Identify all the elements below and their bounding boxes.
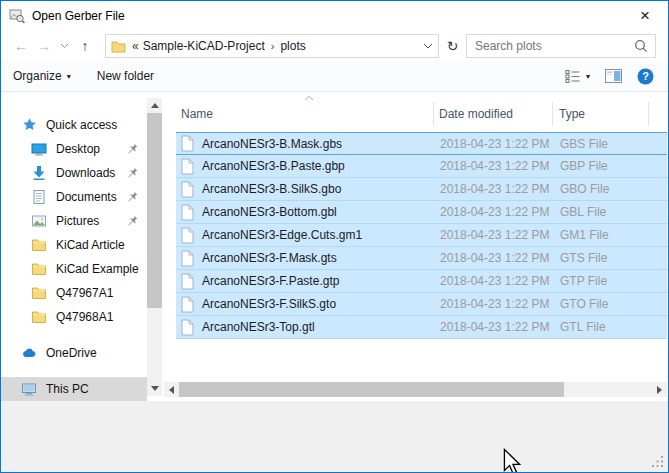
recent-locations-button[interactable] (56, 35, 72, 57)
file-date: 2018-04-23 1:22 PM (440, 182, 549, 196)
cloud-icon (21, 345, 37, 361)
file-name: ArcanoNESr3-F.Paste.gtp (202, 274, 339, 288)
scroll-right-icon[interactable] (657, 386, 662, 394)
folder-icon (111, 40, 126, 53)
sidebar-item-onedrive[interactable]: OneDrive (1, 341, 147, 365)
file-type: GBO File (560, 182, 609, 196)
file-row[interactable]: ArcanoNESr3-B.SilkS.gbo2018-04-23 1:22 P… (176, 178, 667, 201)
address-bar[interactable]: « Sample-KiCAD-Project › plots (105, 34, 439, 58)
file-date: 2018-04-23 1:22 PM (440, 205, 549, 219)
file-type: GTS File (560, 251, 607, 265)
file-row[interactable]: ArcanoNESr3-Edge.Cuts.gm12018-04-23 1:22… (176, 224, 667, 247)
sidebar-item-desktop[interactable]: Desktop (1, 137, 147, 161)
documents-icon (31, 189, 47, 205)
file-row[interactable]: ArcanoNESr3-F.SilkS.gto2018-04-23 1:22 P… (176, 293, 667, 316)
folder-icon (31, 309, 47, 325)
sidebar-item-label: Quick access (46, 118, 117, 132)
sidebar-item-label: KiCad Example (56, 262, 139, 276)
refresh-icon: ↻ (447, 38, 459, 54)
new-folder-button[interactable]: New folder (97, 69, 154, 83)
file-icon (180, 319, 195, 336)
column-divider[interactable] (552, 102, 553, 126)
file-date: 2018-04-23 1:22 PM (440, 137, 549, 151)
sidebar-item-kicad-article[interactable]: KiCad Article (1, 233, 147, 257)
close-button[interactable]: × (623, 2, 667, 30)
scroll-up-icon[interactable] (151, 103, 159, 108)
sidebar-item-quick-access[interactable]: Quick access (1, 113, 147, 137)
scroll-down-icon[interactable] (151, 386, 159, 391)
refresh-button[interactable]: ↻ (442, 34, 463, 58)
breadcrumb-separator-icon: › (271, 40, 275, 52)
sidebar-scrollbar-thumb[interactable] (147, 113, 162, 308)
file-icon (180, 181, 195, 198)
sidebar-item-kicad-example[interactable]: KiCad Example (1, 257, 147, 281)
column-header-date-modified[interactable]: Date modified (439, 107, 513, 121)
file-date: 2018-04-23 1:22 PM (440, 228, 549, 242)
sidebar-item-documents[interactable]: Documents (1, 185, 147, 209)
app-icon (9, 8, 25, 24)
file-row[interactable]: ArcanoNESr3-Bottom.gbl2018-04-23 1:22 PM… (176, 201, 667, 224)
sidebar-item-this-pc[interactable]: This PC (1, 377, 147, 401)
horizontal-scrollbar-thumb[interactable] (179, 382, 564, 397)
file-name: ArcanoNESr3-Bottom.gbl (202, 205, 337, 219)
file-row[interactable]: ArcanoNESr3-F.Paste.gtp2018-04-23 1:22 P… (176, 270, 667, 293)
organize-button[interactable]: Organize ▾ (13, 69, 71, 83)
search-box (466, 34, 656, 58)
breadcrumb-overflow[interactable]: « (132, 39, 139, 53)
file-type: GBS File (560, 137, 608, 151)
file-icon (180, 250, 195, 267)
pin-icon (127, 143, 138, 154)
folder-icon (31, 237, 47, 253)
change-view-button[interactable]: ▾ (565, 69, 590, 83)
file-name: ArcanoNESr3-B.Mask.gbs (202, 137, 342, 151)
address-dropdown-chevron-icon[interactable] (423, 43, 433, 49)
sidebar-item-pictures[interactable]: Pictures (1, 209, 147, 233)
file-name: ArcanoNESr3-F.SilkS.gto (202, 297, 336, 311)
sidebar-item-label: Pictures (56, 214, 99, 228)
window-title: Open Gerber File (32, 9, 125, 23)
pictures-icon (31, 213, 47, 229)
toolbar-right-group: ▾ ? (565, 68, 654, 85)
file-icon (180, 135, 195, 152)
file-list: Name Date modified Type ArcanoNESr3-B.Ma… (171, 93, 667, 382)
scroll-left-icon[interactable] (169, 386, 174, 394)
sidebar-item-downloads[interactable]: Downloads (1, 161, 147, 185)
organize-label: Organize (13, 69, 62, 83)
preview-pane-button[interactable] (605, 69, 622, 83)
file-row[interactable]: ArcanoNESr3-B.Mask.gbs2018-04-23 1:22 PM… (176, 132, 667, 155)
breadcrumb-segment-plots[interactable]: plots (280, 39, 305, 53)
back-icon: ← (14, 38, 28, 54)
sidebar-item-q47967a1[interactable]: Q47967A1 (1, 281, 147, 305)
back-button[interactable]: ← (9, 35, 33, 57)
horizontal-scrollbar[interactable] (164, 382, 667, 397)
pc-icon (21, 381, 37, 397)
svg-text:?: ? (642, 70, 649, 82)
pin-icon (127, 215, 138, 226)
breadcrumb-segment-project[interactable]: Sample-KiCAD-Project (143, 39, 265, 53)
up-button[interactable]: ↑ (73, 35, 97, 57)
file-row[interactable]: ArcanoNESr3-Top.gtl2018-04-23 1:22 PMGTL… (176, 316, 667, 339)
file-type: GBP File (560, 159, 608, 173)
resize-grip[interactable] (651, 455, 664, 468)
file-row[interactable]: ArcanoNESr3-B.Paste.gbp2018-04-23 1:22 P… (176, 155, 667, 178)
file-icon (180, 204, 195, 221)
sidebar-item-label: Desktop (56, 142, 100, 156)
desktop-icon (31, 141, 47, 157)
search-icon (634, 39, 648, 53)
file-date: 2018-04-23 1:22 PM (440, 251, 549, 265)
file-icon (180, 273, 195, 290)
sidebar-scrollbar[interactable] (147, 98, 162, 396)
file-row[interactable]: ArcanoNESr3-F.Mask.gts2018-04-23 1:22 PM… (176, 247, 667, 270)
up-icon: ↑ (82, 38, 89, 54)
sidebar-item-q47968a1[interactable]: Q47968A1 (1, 305, 147, 329)
pin-icon (127, 167, 138, 178)
column-header-type[interactable]: Type (559, 107, 585, 121)
column-divider[interactable] (648, 102, 649, 126)
file-type: GTL File (560, 320, 606, 334)
help-button[interactable]: ? (637, 68, 654, 85)
search-input[interactable] (467, 38, 634, 54)
column-divider[interactable] (433, 102, 434, 126)
forward-button[interactable]: → (33, 35, 55, 57)
column-header-name[interactable]: Name (181, 107, 213, 121)
file-name: ArcanoNESr3-Top.gtl (202, 320, 315, 334)
